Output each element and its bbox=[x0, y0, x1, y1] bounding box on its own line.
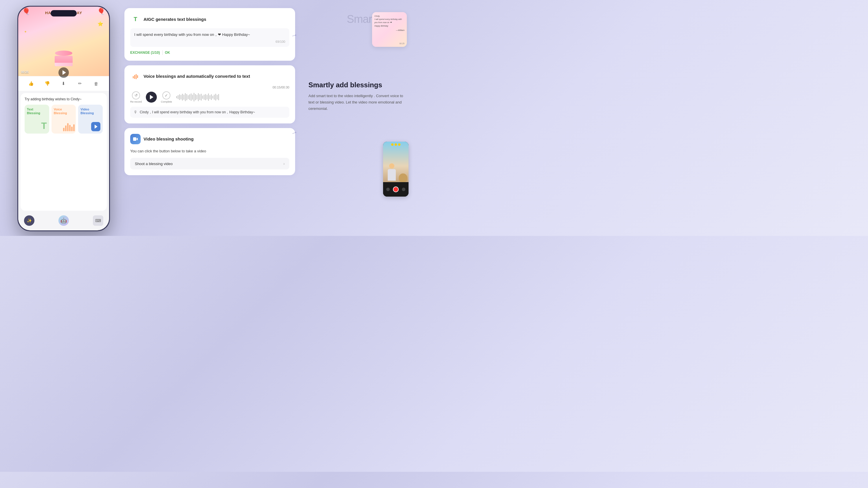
bottom-bar: ✨ 🤖 ⌨ bbox=[18, 213, 109, 230]
re-record-button[interactable]: ↺ Re-record bbox=[130, 91, 142, 103]
aigc-panel-title: AIGC generates text blessings bbox=[144, 17, 206, 22]
bot-avatar[interactable]: 🤖 bbox=[58, 216, 69, 226]
camera-controls bbox=[383, 182, 408, 197]
chevron-right-icon: › bbox=[283, 161, 285, 166]
voice-panel: Voice blessings and automatically conver… bbox=[124, 65, 295, 124]
preview-line1: Cindy, bbox=[374, 15, 380, 17]
preview-footer: 00:25 bbox=[374, 42, 404, 44]
delete-button[interactable]: 🗑 bbox=[92, 79, 101, 88]
complete-button[interactable]: ✓ Complete bbox=[161, 91, 172, 103]
aigc-panel: T AIGC generates text blessings I will s… bbox=[124, 8, 295, 61]
voice-panel-title: Voice blessings and automatically conver… bbox=[144, 74, 250, 78]
preview-line4: Happy Birthday bbox=[374, 25, 388, 27]
video-preview[interactable]: HAPPY BIRTHDAY 🎈 🎈 ⭐ ✦ bbox=[18, 7, 109, 76]
blessing-section: Try adding birthday wishes to Cindy~ Tex… bbox=[21, 93, 107, 211]
voice-controls: ↺ Re-record ✓ Complete bbox=[130, 91, 289, 103]
feature-text: Add smart text to the video intelligentl… bbox=[308, 93, 407, 112]
camera-ctrl-left bbox=[386, 188, 390, 191]
shoot-btn-text: Shoot a blessing video bbox=[135, 162, 173, 166]
play-button[interactable] bbox=[58, 67, 69, 78]
dislike-button[interactable]: 👎 bbox=[43, 79, 52, 88]
video-panel-header: Video blessing shooting bbox=[130, 134, 289, 144]
exchange-button[interactable]: EXCHANGE (1/10) bbox=[130, 51, 160, 55]
preview-line3: you from now on ❤ bbox=[374, 22, 392, 24]
download-button[interactable]: ⬇ bbox=[59, 79, 68, 88]
re-record-icon: ↺ bbox=[132, 91, 140, 99]
text-icon: T bbox=[41, 121, 47, 131]
mic-icon: 🎙 bbox=[134, 110, 137, 114]
svg-rect-4 bbox=[133, 137, 136, 141]
char-count: 69/100 bbox=[134, 40, 285, 43]
keyboard-button[interactable]: ⌨ bbox=[93, 216, 103, 226]
feature-title: Smartly add blessings bbox=[308, 81, 407, 89]
video-panel: Video blessing shooting You can click th… bbox=[124, 128, 295, 175]
voice-bars-icon bbox=[63, 123, 75, 131]
transcript-text: Cindy，I will spend every birthday with y… bbox=[140, 109, 255, 115]
complete-label: Complete bbox=[161, 100, 172, 103]
camera-mockup bbox=[383, 142, 408, 197]
text-area-box: I will spend every birthday with you fro… bbox=[130, 28, 289, 47]
edit-button[interactable]: ✏ bbox=[75, 79, 84, 88]
text-blessing-label: TextBlessing bbox=[27, 107, 47, 115]
video-play-icon bbox=[91, 122, 100, 131]
svg-rect-2 bbox=[136, 74, 136, 79]
camera-screen bbox=[383, 142, 408, 182]
svg-rect-3 bbox=[137, 75, 138, 78]
phone-notch bbox=[51, 10, 77, 17]
preview-line2: I will spend every birthday with bbox=[374, 18, 402, 20]
play-triangle bbox=[150, 95, 153, 99]
phone-screen: HAPPY BIRTHDAY 🎈 🎈 ⭐ ✦ bbox=[18, 7, 109, 230]
video-blessing-card[interactable]: VideoBlessing bbox=[78, 105, 103, 134]
voice-panel-icon bbox=[130, 71, 141, 82]
svg-rect-0 bbox=[133, 76, 134, 78]
magic-button[interactable]: ✨ bbox=[24, 216, 34, 226]
phone-mockup: HAPPY BIRTHDAY 🎈 🎈 ⭐ ✦ bbox=[18, 6, 110, 231]
divider bbox=[162, 50, 163, 55]
video-timer: 00:25 bbox=[21, 70, 29, 74]
aigc-text-content: I will spend every birthday with you fro… bbox=[134, 32, 285, 38]
right-panels: T AIGC generates text blessings I will s… bbox=[124, 8, 295, 180]
like-button[interactable]: 👍 bbox=[27, 79, 35, 88]
camera-ctrl-right bbox=[402, 188, 405, 191]
video-blessing-label: VideoBlessing bbox=[81, 107, 100, 115]
shoot-blessing-button[interactable]: Shoot a blessing video › bbox=[130, 158, 289, 169]
check-icon: ✓ bbox=[162, 91, 170, 99]
ok-button[interactable]: OK bbox=[165, 51, 170, 55]
text-actions: EXCHANGE (1/10) OK bbox=[130, 50, 289, 55]
aigc-panel-header: T AIGC generates text blessings bbox=[130, 14, 289, 24]
video-panel-icon bbox=[130, 134, 141, 144]
re-record-label: Re-record bbox=[130, 100, 142, 103]
aigc-icon: T bbox=[130, 14, 141, 24]
text-blessing-card[interactable]: TextBlessing T bbox=[25, 105, 49, 134]
waveform bbox=[176, 93, 289, 101]
preview-card: Cindy, I will spend every birthday with … bbox=[372, 12, 407, 47]
svg-rect-1 bbox=[134, 75, 135, 79]
video-panel-description: You can click the button below to take a… bbox=[130, 148, 289, 154]
voice-blessing-label: VoiceBlessing bbox=[54, 107, 74, 115]
voice-play-button[interactable] bbox=[146, 92, 157, 103]
preview-signature: —William bbox=[374, 29, 404, 32]
voice-panel-header: Voice blessings and automatically conver… bbox=[130, 71, 289, 82]
camera-record-button[interactable] bbox=[393, 187, 399, 192]
feature-description: Smartly add blessings Add smart text to … bbox=[308, 81, 407, 112]
transcript-box: 🎙 Cindy，I will spend every birthday with… bbox=[130, 107, 289, 118]
blessing-prompt: Try adding birthday wishes to Cindy~ bbox=[25, 97, 103, 101]
blessing-cards: TextBlessing T VoiceBlessing bbox=[25, 105, 103, 134]
action-bar: 👍 👎 ⬇ ✏ 🗑 bbox=[18, 76, 109, 91]
preview-text: Cindy, I will spend every birthday with … bbox=[374, 14, 404, 42]
video-panel-title: Video blessing shooting bbox=[144, 136, 193, 141]
voice-blessing-card[interactable]: VoiceBlessing bbox=[52, 105, 76, 134]
voice-timer: 00:15/00:30 bbox=[130, 86, 289, 89]
